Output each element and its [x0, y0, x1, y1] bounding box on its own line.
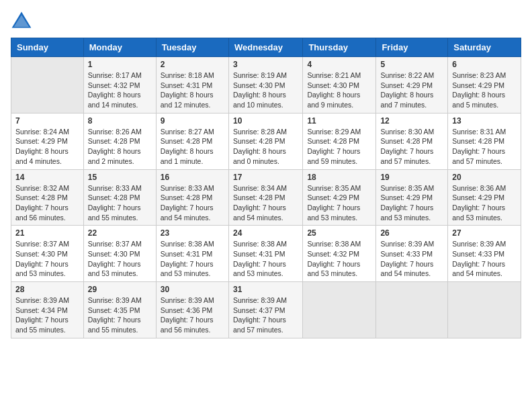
cell-content: 7Sunrise: 8:24 AMSunset: 4:29 PMDaylight…	[15, 116, 79, 167]
sunset: Sunset: 4:32 PM	[307, 250, 359, 258]
daylight: Daylight: 7 hours and 53 minutes.	[161, 260, 214, 278]
sunrise: Sunrise: 8:39 AM	[88, 296, 142, 304]
day-number: 12	[380, 116, 443, 126]
sunset: Sunset: 4:34 PM	[15, 306, 68, 314]
cell-content: 9Sunrise: 8:27 AMSunset: 4:28 PMDaylight…	[161, 116, 224, 167]
week-row-2: 7Sunrise: 8:24 AMSunset: 4:29 PMDaylight…	[11, 113, 521, 169]
sunset: Sunset: 4:33 PM	[380, 250, 433, 258]
daylight: Daylight: 7 hours and 57 minutes.	[452, 147, 505, 165]
cell-content: 31Sunrise: 8:39 AMSunset: 4:37 PMDayligh…	[233, 285, 298, 335]
day-number: 3	[233, 60, 298, 69]
calendar-cell: 28Sunrise: 8:39 AMSunset: 4:34 PMDayligh…	[11, 282, 84, 338]
calendar-cell: 31Sunrise: 8:39 AMSunset: 4:37 PMDayligh…	[228, 282, 302, 338]
cell-content: 6Sunrise: 8:23 AMSunset: 4:29 PMDaylight…	[452, 60, 517, 110]
calendar-header-row: SundayMondayTuesdayWednesdayThursdayFrid…	[11, 38, 521, 57]
daylight: Daylight: 7 hours and 54 minutes.	[452, 260, 505, 278]
day-number: 24	[233, 228, 298, 238]
cell-content: 19Sunrise: 8:35 AMSunset: 4:29 PMDayligh…	[380, 173, 443, 223]
day-number: 17	[233, 173, 298, 182]
week-row-1: 1Sunrise: 8:17 AMSunset: 4:32 PMDaylight…	[11, 57, 521, 113]
sunrise: Sunrise: 8:37 AM	[88, 240, 142, 248]
sunrise: Sunrise: 8:24 AM	[15, 128, 69, 136]
day-number: 13	[452, 116, 517, 126]
cell-content: 5Sunrise: 8:22 AMSunset: 4:29 PMDaylight…	[380, 60, 443, 110]
header-tuesday: Tuesday	[156, 38, 228, 57]
logo	[11, 11, 35, 32]
sunset: Sunset: 4:37 PM	[233, 306, 285, 314]
calendar-cell: 17Sunrise: 8:34 AMSunset: 4:28 PMDayligh…	[228, 169, 302, 226]
cell-content: 1Sunrise: 8:17 AMSunset: 4:32 PMDaylight…	[88, 60, 152, 110]
sunset: Sunset: 4:28 PM	[452, 137, 504, 145]
sunrise: Sunrise: 8:37 AM	[15, 240, 69, 248]
header-friday: Friday	[376, 38, 448, 57]
daylight: Daylight: 7 hours and 54 minutes.	[380, 260, 433, 278]
week-row-4: 21Sunrise: 8:37 AMSunset: 4:30 PMDayligh…	[11, 226, 521, 282]
day-number: 28	[15, 285, 79, 294]
calendar-cell	[303, 282, 376, 338]
week-row-3: 14Sunrise: 8:32 AMSunset: 4:28 PMDayligh…	[11, 169, 521, 226]
sunrise: Sunrise: 8:38 AM	[161, 240, 214, 248]
day-number: 20	[452, 173, 517, 182]
sunrise: Sunrise: 8:26 AM	[88, 128, 142, 136]
sunrise: Sunrise: 8:33 AM	[161, 184, 214, 192]
calendar-cell: 1Sunrise: 8:17 AMSunset: 4:32 PMDaylight…	[83, 57, 156, 113]
daylight: Daylight: 7 hours and 54 minutes.	[161, 203, 214, 222]
sunrise: Sunrise: 8:39 AM	[161, 296, 214, 304]
day-number: 23	[161, 228, 224, 238]
calendar-cell: 18Sunrise: 8:35 AMSunset: 4:29 PMDayligh…	[303, 169, 376, 226]
sunset: Sunset: 4:29 PM	[452, 81, 504, 89]
day-number: 25	[307, 228, 371, 238]
page-header	[11, 11, 521, 32]
sunrise: Sunrise: 8:38 AM	[307, 240, 361, 248]
day-number: 11	[307, 116, 371, 126]
daylight: Daylight: 7 hours and 57 minutes.	[380, 147, 433, 165]
sunrise: Sunrise: 8:33 AM	[88, 184, 142, 192]
sunrise: Sunrise: 8:34 AM	[233, 184, 287, 192]
sunrise: Sunrise: 8:36 AM	[452, 184, 506, 192]
sunrise: Sunrise: 8:28 AM	[233, 128, 287, 136]
logo-icon	[11, 11, 32, 32]
day-number: 5	[380, 60, 443, 69]
sunset: Sunset: 4:28 PM	[161, 193, 213, 201]
daylight: Daylight: 7 hours and 56 minutes.	[161, 316, 214, 334]
sunrise: Sunrise: 8:18 AM	[161, 71, 214, 79]
daylight: Daylight: 8 hours and 7 minutes.	[380, 91, 433, 109]
header-thursday: Thursday	[303, 38, 376, 57]
calendar-cell: 27Sunrise: 8:39 AMSunset: 4:33 PMDayligh…	[448, 226, 521, 282]
cell-content: 2Sunrise: 8:18 AMSunset: 4:31 PMDaylight…	[161, 60, 224, 110]
daylight: Daylight: 8 hours and 1 minute.	[161, 147, 214, 165]
day-number: 1	[88, 60, 152, 69]
calendar-cell: 23Sunrise: 8:38 AMSunset: 4:31 PMDayligh…	[156, 226, 228, 282]
cell-content: 27Sunrise: 8:39 AMSunset: 4:33 PMDayligh…	[452, 228, 517, 279]
cell-content: 4Sunrise: 8:21 AMSunset: 4:30 PMDaylight…	[307, 60, 371, 110]
sunset: Sunset: 4:29 PM	[380, 193, 433, 201]
cell-content: 18Sunrise: 8:35 AMSunset: 4:29 PMDayligh…	[307, 173, 371, 223]
cell-content: 11Sunrise: 8:29 AMSunset: 4:28 PMDayligh…	[307, 116, 371, 167]
daylight: Daylight: 7 hours and 59 minutes.	[307, 147, 360, 165]
cell-content: 23Sunrise: 8:38 AMSunset: 4:31 PMDayligh…	[161, 228, 224, 279]
sunrise: Sunrise: 8:23 AM	[452, 71, 506, 79]
calendar-cell: 21Sunrise: 8:37 AMSunset: 4:30 PMDayligh…	[11, 226, 84, 282]
sunset: Sunset: 4:30 PM	[307, 81, 359, 89]
cell-content: 22Sunrise: 8:37 AMSunset: 4:30 PMDayligh…	[88, 228, 152, 279]
calendar-cell: 6Sunrise: 8:23 AMSunset: 4:29 PMDaylight…	[448, 57, 521, 113]
daylight: Daylight: 8 hours and 10 minutes.	[233, 91, 286, 109]
sunset: Sunset: 4:28 PM	[233, 193, 285, 201]
sunset: Sunset: 4:30 PM	[15, 250, 68, 258]
calendar-cell	[376, 282, 448, 338]
calendar-cell: 26Sunrise: 8:39 AMSunset: 4:33 PMDayligh…	[376, 226, 448, 282]
sunrise: Sunrise: 8:38 AM	[233, 240, 287, 248]
header-monday: Monday	[83, 38, 156, 57]
sunset: Sunset: 4:28 PM	[15, 193, 68, 201]
sunrise: Sunrise: 8:35 AM	[380, 184, 434, 192]
sunrise: Sunrise: 8:39 AM	[452, 240, 506, 248]
daylight: Daylight: 7 hours and 53 minutes.	[307, 260, 360, 278]
sunset: Sunset: 4:28 PM	[380, 137, 433, 145]
sunset: Sunset: 4:33 PM	[452, 250, 504, 258]
calendar-cell: 20Sunrise: 8:36 AMSunset: 4:29 PMDayligh…	[448, 169, 521, 226]
cell-content: 12Sunrise: 8:30 AMSunset: 4:28 PMDayligh…	[380, 116, 443, 167]
day-number: 18	[307, 173, 371, 182]
sunset: Sunset: 4:28 PM	[88, 193, 140, 201]
day-number: 19	[380, 173, 443, 182]
daylight: Daylight: 7 hours and 53 minutes.	[233, 260, 286, 278]
